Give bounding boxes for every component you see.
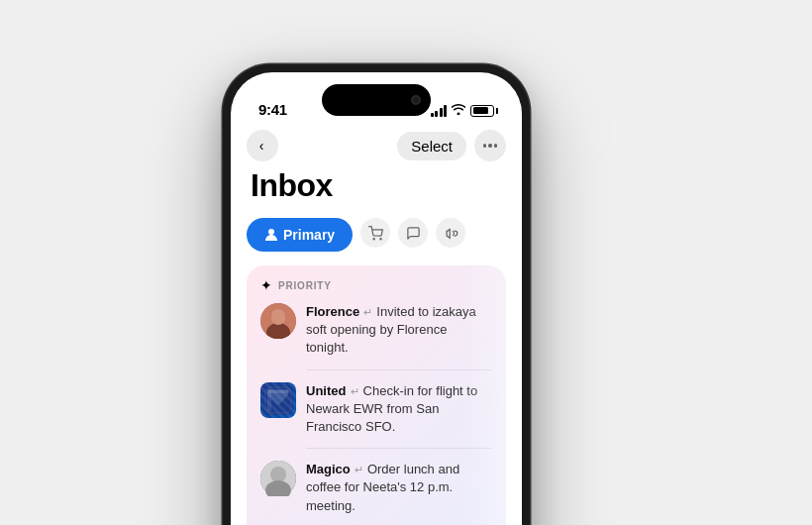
divider-2 [306, 448, 492, 449]
email-text-florence: Florence ↵ Invited to izakaya soft openi… [306, 303, 492, 358]
more-button[interactable] [474, 130, 506, 161]
select-button[interactable]: Select [397, 132, 466, 160]
content-area: Inbox Primary [231, 167, 522, 525]
inbox-title: Inbox [251, 167, 506, 204]
tab-primary[interactable]: Primary [247, 218, 353, 252]
priority-label: PRIORITY [278, 280, 332, 291]
tab-primary-label: Primary [283, 227, 335, 243]
svg-point-5 [273, 311, 283, 323]
priority-card: ✦ PRIORITY [247, 265, 506, 525]
email-text-magico: Magico ↵ Order lunch and coffee for Neet… [306, 461, 492, 515]
status-time: 9:41 [258, 101, 287, 118]
signal-icon [431, 105, 448, 117]
cart-icon [368, 226, 383, 241]
tab-bar: Primary [247, 218, 506, 252]
phone-shell: 9:41 [223, 64, 530, 525]
svg-point-13 [270, 467, 286, 482]
sender-florence: Florence [306, 304, 359, 319]
megaphone-icon [444, 226, 458, 241]
avatar-magico [260, 461, 296, 496]
scene: 9:41 [0, 0, 812, 525]
back-arrow-icon: ‹ [259, 138, 264, 154]
battery-icon [470, 105, 494, 117]
sender-magico: Magico [306, 462, 351, 476]
tab-shopping[interactable] [360, 218, 390, 248]
chat-icon [406, 226, 421, 241]
svg-point-2 [380, 238, 381, 239]
svg-point-7 [274, 312, 282, 318]
florence-avatar [260, 303, 296, 339]
svg-point-3 [260, 303, 296, 339]
phone-screen: 9:41 [231, 72, 522, 525]
status-icons [431, 103, 495, 118]
tab-promotions[interactable] [436, 218, 465, 248]
divider-1 [306, 369, 492, 370]
svg-point-1 [373, 238, 374, 239]
priority-header: ✦ PRIORITY [260, 277, 492, 293]
dynamic-island [322, 84, 431, 116]
sparkle-icon: ✦ [260, 277, 272, 293]
avatar-florence [260, 303, 296, 339]
email-text-united: United ↵ Check-in for flight to Newark E… [306, 382, 492, 437]
email-item-magico[interactable]: Magico ↵ Order lunch and coffee for Neet… [260, 461, 492, 515]
camera-dot [411, 95, 421, 105]
more-icon [483, 144, 498, 148]
nav-bar: ‹ Select [231, 124, 522, 167]
email-item-united[interactable]: United ↵ Check-in for flight to Newark E… [260, 382, 492, 437]
nav-actions: Select [397, 130, 506, 161]
avatar-united [260, 382, 296, 418]
svg-point-0 [268, 229, 274, 235]
tab-chat[interactable] [398, 218, 428, 248]
wifi-icon [452, 103, 465, 118]
svg-point-4 [271, 309, 285, 325]
sender-united: United [306, 383, 346, 398]
magico-avatar-svg [260, 461, 296, 496]
back-button[interactable]: ‹ [247, 130, 278, 161]
email-item-florence[interactable]: Florence ↵ Invited to izakaya soft openi… [260, 303, 492, 358]
person-icon [264, 228, 278, 242]
